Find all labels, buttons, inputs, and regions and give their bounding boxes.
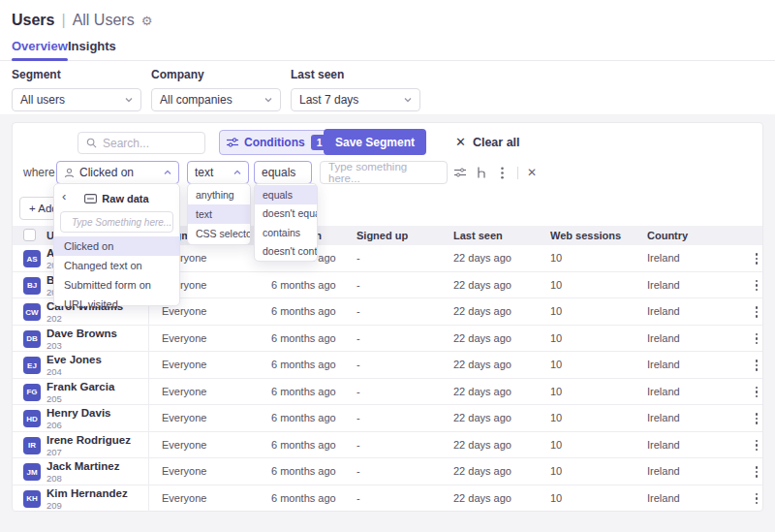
cell-country: Ireland (647, 412, 680, 423)
search-placeholder: Search... (103, 137, 149, 150)
raw-data-icon (84, 194, 97, 203)
clear-all-button[interactable]: ✕ Clear all (455, 135, 520, 149)
event-dropdown-panel: ‹ Raw data Type Something here... Clicke… (53, 183, 180, 306)
row-menu-icon[interactable] (749, 384, 764, 401)
table-row[interactable]: FG Frank Garcia 205 Everyone 6 months ag… (13, 379, 762, 406)
cell-country: Ireland (647, 359, 680, 370)
chevron-down-icon (404, 96, 412, 104)
cell-web-sessions: 10 (550, 439, 562, 451)
cell-country: Ireland (647, 332, 680, 344)
hierarchy-icon[interactable] (475, 167, 487, 179)
save-segment-button[interactable]: Save Segment (324, 129, 426, 155)
row-menu-icon[interactable] (749, 303, 764, 321)
option-url-visited[interactable]: URL visited (54, 295, 179, 314)
user-name: Dave Browns (46, 328, 117, 339)
table-row[interactable]: IR Irene Rodriguez 207 Everyone 6 months… (13, 432, 762, 459)
cell-segment: Everyone (162, 439, 206, 451)
table-row[interactable]: HD Henry Davis 206 Everyone 6 months ago… (13, 405, 762, 432)
tab-overview[interactable]: Overview (12, 39, 68, 53)
chevron-up-icon (164, 169, 171, 176)
sliders-icon (227, 138, 238, 147)
option-text[interactable]: text (188, 204, 250, 224)
select-all-checkbox[interactable] (23, 229, 36, 241)
avatar: HD (23, 410, 41, 427)
match-type-dropdown[interactable]: text (187, 161, 249, 184)
cell-web-sessions: 10 (550, 386, 562, 397)
option-anything[interactable]: anything (188, 185, 250, 204)
title-separator: | (61, 12, 65, 29)
cell-segment: Everyone (162, 386, 206, 397)
option-css-selector[interactable]: CSS selector (188, 224, 250, 243)
cell-first-seen: 6 months ago (271, 465, 336, 477)
company-select[interactable]: All companies (151, 88, 281, 111)
column-last-seen: Last seen (453, 230, 503, 241)
user-name: Eve Jones (46, 354, 102, 365)
cell-last-seen: 22 days ago (453, 439, 512, 451)
segment-select[interactable]: All users (12, 88, 141, 111)
option-clicked-on[interactable]: Clicked on (54, 236, 179, 256)
segment-title: All Users (73, 12, 135, 29)
last-seen-filter-label: Last seen (291, 68, 420, 81)
segment-filter: Segment All users (12, 68, 141, 111)
user-id: 207 (46, 447, 62, 457)
event-panel-search[interactable]: Type Something here... (60, 211, 173, 233)
table-row[interactable]: DB Dave Browns 203 Everyone 6 months ago… (13, 326, 762, 353)
option-equals[interactable]: equals (255, 185, 317, 204)
event-dropdown-value: Clicked on (79, 166, 159, 179)
event-dropdown[interactable]: Clicked on (56, 161, 179, 184)
remove-condition-icon[interactable]: ✕ (527, 167, 537, 178)
cell-country: Ireland (647, 279, 680, 291)
condition-value-input[interactable]: Type something here... (320, 161, 448, 184)
avatar: IR (23, 437, 41, 454)
close-icon: ✕ (455, 135, 466, 149)
avatar: KH (23, 490, 41, 508)
operator-dropdown[interactable]: equals (254, 161, 312, 184)
option-doesnt-equal[interactable]: doesn't equal (255, 204, 317, 224)
cell-segment: Everyone (162, 465, 206, 477)
table-row[interactable]: EJ Eve Jones 204 Everyone 6 months ago -… (13, 352, 762, 379)
gear-icon[interactable]: ⚙ (141, 15, 153, 27)
sliders-icon[interactable] (453, 167, 466, 179)
cell-country: Ireland (647, 386, 680, 397)
table-row[interactable]: KH Kim Hernandez 209 Everyone 6 months a… (13, 485, 762, 513)
user-name: Irene Rodriguez (46, 434, 131, 446)
row-menu-icon[interactable] (749, 437, 764, 454)
user-name: Jack Martinez (46, 460, 119, 472)
condition-value-placeholder: Type something here... (328, 161, 439, 184)
row-menu-icon[interactable] (749, 357, 764, 374)
row-menu-icon[interactable] (749, 330, 764, 348)
company-filter-label: Company (151, 68, 281, 81)
divider (517, 167, 518, 179)
avatar: BJ (23, 277, 41, 295)
search-input[interactable]: Search... (78, 132, 205, 154)
cell-country: Ireland (647, 252, 680, 264)
avatar: AS (23, 250, 41, 267)
cell-signed-up: - (356, 332, 360, 344)
row-menu-icon[interactable] (749, 463, 764, 481)
avatar: JM (23, 463, 41, 481)
row-menu-icon[interactable] (749, 277, 764, 295)
back-chevron-icon[interactable]: ‹ (62, 189, 66, 203)
cell-country: Ireland (647, 439, 680, 451)
avatar: FG (23, 384, 41, 401)
cell-last-seen: 22 days ago (453, 492, 512, 504)
cell-web-sessions: 10 (550, 412, 562, 423)
option-changed-text-on[interactable]: Changed text on (54, 256, 179, 275)
option-submitted-form-on[interactable]: Submitted form on (54, 275, 179, 295)
last-seen-select[interactable]: Last 7 days (291, 88, 420, 111)
option-contains[interactable]: contains (255, 223, 317, 242)
cell-web-sessions: 10 (550, 279, 562, 291)
cell-last-seen: 22 days ago (453, 305, 512, 317)
option-doesnt-contain[interactable]: doesn't cont... (255, 242, 317, 262)
conditions-button[interactable]: Conditions 1 (219, 130, 336, 155)
cell-signed-up: - (356, 465, 360, 477)
row-menu-icon[interactable] (749, 490, 764, 508)
company-filter: Company All companies (151, 68, 281, 111)
cell-web-sessions: 10 (550, 492, 562, 504)
tab-insights[interactable]: Insights (68, 39, 116, 53)
row-menu-icon[interactable] (749, 410, 764, 427)
table-row[interactable]: JM Jack Martinez 208 Everyone 6 months a… (13, 458, 762, 485)
row-menu-icon[interactable] (749, 250, 764, 267)
avatar: CW (23, 303, 41, 321)
kebab-menu-icon[interactable] (496, 167, 509, 179)
